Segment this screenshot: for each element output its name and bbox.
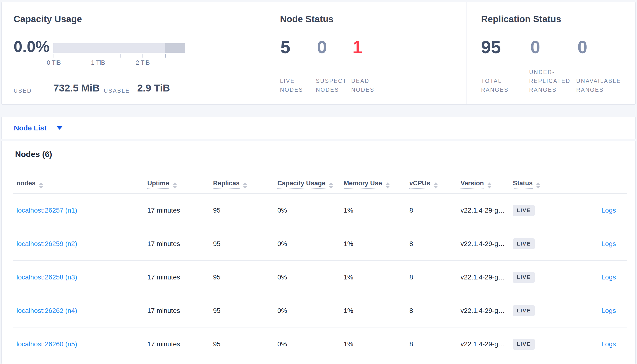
cell-capacity_usage: 0% bbox=[274, 294, 341, 328]
nodes-table-card: Nodes (6) nodesUptimeReplicasCapacity Us… bbox=[2, 141, 635, 364]
column-header-label: vCPUs bbox=[409, 180, 430, 189]
cell-replicas: 95 bbox=[210, 294, 274, 328]
capacity-axis-tick bbox=[143, 54, 143, 58]
logs-link[interactable]: Logs bbox=[601, 206, 616, 214]
capacity-usable-value: 2.9 TiB bbox=[137, 82, 170, 94]
cell-memory_use: 1% bbox=[341, 227, 406, 260]
stat-label: SUSPECTNODES bbox=[316, 77, 347, 94]
column-header-label: Memory Use bbox=[344, 180, 382, 189]
cluster-summary-card: Capacity Usage 0.0% 0 TiB1 TiB2 TiB USED… bbox=[2, 2, 635, 104]
stat-label: LIVENODES bbox=[280, 77, 303, 94]
sort-icon bbox=[434, 182, 438, 188]
cell-replicas: 95 bbox=[210, 260, 274, 294]
column-header-replicas[interactable]: Replicas bbox=[210, 174, 274, 194]
capacity-axis-tick bbox=[120, 54, 121, 58]
cell-version: v22.1.4-29-g… bbox=[457, 194, 510, 227]
table-header-row: nodesUptimeReplicasCapacity UsageMemory … bbox=[14, 174, 627, 194]
cluster-overview-page: Capacity Usage 0.0% 0 TiB1 TiB2 TiB USED… bbox=[0, 0, 637, 364]
sort-icon bbox=[329, 182, 333, 188]
cell-replicas: 95 bbox=[210, 227, 274, 260]
stat-label: UNDER-REPLICATEDRANGES bbox=[529, 68, 570, 94]
node-link[interactable]: localhost:26257 (n1) bbox=[17, 206, 77, 214]
column-header-label: Version bbox=[461, 180, 484, 189]
sort-icon bbox=[386, 182, 390, 188]
capacity-axis-tick bbox=[165, 54, 166, 58]
logs-link[interactable]: Logs bbox=[601, 307, 616, 314]
cell-version: v22.1.4-29-g… bbox=[457, 227, 510, 260]
logs-link[interactable]: Logs bbox=[601, 274, 616, 281]
replication-status-panel: Replication Status 95TOTALRANGES0UNDER-R… bbox=[467, 2, 635, 104]
column-header-memory_use[interactable]: Memory Use bbox=[341, 174, 406, 194]
cell-vcpus: 8 bbox=[406, 260, 457, 294]
cell-vcpus: 8 bbox=[406, 194, 457, 227]
sort-icon bbox=[173, 182, 177, 188]
node-link[interactable]: localhost:26259 (n2) bbox=[17, 240, 77, 248]
stat-label: UNAVAILABLERANGES bbox=[576, 77, 621, 94]
capacity-axis-tick-label: 1 TiB bbox=[84, 59, 112, 66]
chevron-down-icon[interactable] bbox=[57, 126, 62, 130]
sort-icon bbox=[487, 182, 492, 188]
node-list-dropdown[interactable]: Node List bbox=[14, 124, 47, 132]
column-header-status[interactable]: Status bbox=[510, 174, 560, 194]
cell-version: v22.1.4-29-g… bbox=[457, 260, 510, 294]
cell-capacity_usage: 0% bbox=[274, 328, 341, 361]
table-row: localhost:26257 (n1)17 minutes950%1%8v22… bbox=[14, 194, 627, 227]
capacity-used-value: 732.5 MiB bbox=[53, 82, 100, 94]
capacity-axis-tick bbox=[54, 54, 54, 58]
table-row: localhost:26260 (n5)17 minutes950%1%8v22… bbox=[14, 328, 627, 361]
cell-version: v22.1.4-29-g… bbox=[457, 328, 510, 361]
table-row: localhost:26259 (n2)17 minutes950%1%8v22… bbox=[14, 227, 627, 260]
node-status-title: Node Status bbox=[280, 14, 334, 24]
column-header-label: Capacity Usage bbox=[277, 180, 326, 189]
cell-capacity_usage: 0% bbox=[274, 260, 341, 294]
nodes-section-title: Nodes (6) bbox=[15, 150, 52, 159]
cell-capacity_usage: 0% bbox=[274, 194, 341, 227]
view-selector-bar: Node List bbox=[2, 117, 635, 139]
cell-uptime: 17 minutes bbox=[144, 194, 210, 227]
column-header-uptime[interactable]: Uptime bbox=[144, 174, 210, 194]
cell-vcpus: 8 bbox=[406, 227, 457, 260]
replication-status-title: Replication Status bbox=[481, 14, 561, 24]
status-badge: LIVE bbox=[513, 205, 535, 216]
stat-value: 5 bbox=[280, 37, 290, 57]
capacity-used-label: USED bbox=[14, 88, 32, 94]
capacity-usable-label: USABLE bbox=[104, 88, 130, 94]
capacity-usage-panel: Capacity Usage 0.0% 0 TiB1 TiB2 TiB USED… bbox=[2, 2, 264, 104]
status-badge: LIVE bbox=[513, 238, 535, 249]
cell-memory_use: 1% bbox=[341, 194, 406, 227]
status-badge: LIVE bbox=[513, 339, 535, 350]
node-status-panel: Node Status 5LIVENODES0SUSPECTNODES1DEAD… bbox=[264, 2, 467, 104]
sort-icon bbox=[536, 182, 540, 188]
column-header-label: Replicas bbox=[213, 180, 240, 189]
table-row: localhost:26258 (n3)17 minutes950%1%8v22… bbox=[14, 260, 627, 294]
sort-icon bbox=[39, 182, 43, 188]
logs-link[interactable]: Logs bbox=[601, 240, 616, 248]
status-badge: LIVE bbox=[513, 272, 535, 283]
logs-link[interactable]: Logs bbox=[601, 340, 616, 348]
stat-value: 95 bbox=[481, 37, 501, 57]
cell-replicas: 95 bbox=[210, 194, 274, 227]
capacity-axis-tick-label: 2 TiB bbox=[128, 59, 157, 66]
status-badge: LIVE bbox=[513, 305, 535, 316]
stat-label: TOTALRANGES bbox=[481, 77, 509, 94]
cell-uptime: 17 minutes bbox=[144, 260, 210, 294]
capacity-axis-tick-label: 0 TiB bbox=[40, 59, 68, 66]
stat-value: 0 bbox=[317, 37, 327, 57]
sort-icon bbox=[243, 182, 247, 188]
column-header-logs-empty bbox=[560, 174, 627, 194]
cell-replicas: 95 bbox=[210, 328, 274, 361]
cell-memory_use: 1% bbox=[341, 294, 406, 328]
stat-value: 0 bbox=[577, 37, 587, 57]
cell-uptime: 17 minutes bbox=[144, 294, 210, 328]
cell-capacity_usage: 0% bbox=[274, 227, 341, 260]
column-header-version[interactable]: Version bbox=[457, 174, 510, 194]
column-header-node[interactable]: nodes bbox=[14, 174, 144, 194]
node-link[interactable]: localhost:26258 (n3) bbox=[17, 274, 77, 281]
node-link[interactable]: localhost:26262 (n4) bbox=[17, 307, 77, 314]
stat-value: 1 bbox=[353, 37, 362, 57]
column-header-capacity_usage[interactable]: Capacity Usage bbox=[274, 174, 341, 194]
column-header-label: nodes bbox=[17, 180, 36, 187]
node-link[interactable]: localhost:26260 (n5) bbox=[17, 340, 77, 348]
column-header-vcpus[interactable]: vCPUs bbox=[406, 174, 457, 194]
capacity-bar-reserved-segment bbox=[165, 43, 185, 53]
